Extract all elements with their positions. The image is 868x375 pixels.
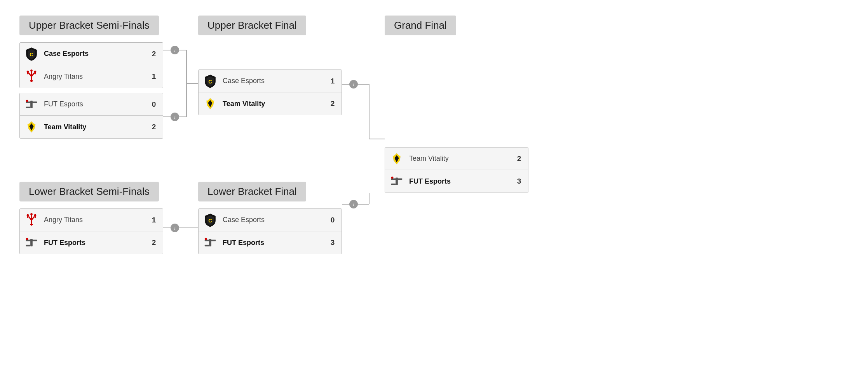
col-lower-semis: Lower Bracket Semi-Finals Angry Titans bbox=[19, 182, 163, 254]
col-lower-final: Lower Bracket Final C Case Esports 0 bbox=[198, 182, 342, 254]
fut-esports-score-2: 2 bbox=[149, 238, 159, 247]
case-esports-name-lf: Case Esports bbox=[223, 216, 328, 224]
team-vitality-name-2: Team Vitality bbox=[223, 100, 328, 108]
svg-text:i: i bbox=[174, 114, 176, 120]
lower-final-match: C Case Esports 0 FUT Esports 3 bbox=[198, 208, 342, 254]
connector-lower-final-to-grand: i bbox=[342, 193, 385, 330]
grand-final-title: Grand Final bbox=[385, 16, 456, 35]
connector-upper-final-to-grand: i bbox=[342, 73, 385, 205]
fut-esports-score-1: 0 bbox=[149, 100, 159, 109]
table-row: Team Vitality 2 bbox=[385, 148, 528, 170]
upper-semi-match-2: FUT Esports 0 Team Vitality 2 bbox=[19, 93, 163, 139]
angry-titans-score-2: 1 bbox=[149, 216, 159, 224]
lower-semis-title: Lower Bracket Semi-Finals bbox=[19, 182, 159, 201]
team-vitality-score-gf: 2 bbox=[514, 155, 524, 163]
connector-svg-3: i bbox=[163, 217, 198, 248]
fut-esports-score-lf: 3 bbox=[328, 238, 338, 247]
table-row: FUT Esports 3 bbox=[385, 170, 528, 193]
fut-esports-name-gf: FUT Esports bbox=[409, 177, 514, 186]
col-upper-final: Upper Bracket Final C Case Esports 1 bbox=[198, 16, 342, 115]
table-row: C Case Esports 1 bbox=[199, 70, 342, 92]
svg-text:C: C bbox=[30, 51, 33, 57]
svg-point-40 bbox=[391, 177, 394, 179]
svg-text:C: C bbox=[208, 78, 212, 84]
fut-esports-score-gf: 3 bbox=[514, 177, 524, 186]
team-vitality-name-gf: Team Vitality bbox=[409, 155, 514, 163]
table-row: Angry Titans 1 bbox=[20, 65, 163, 88]
svg-rect-7 bbox=[26, 106, 30, 108]
connector-svg-1: i i bbox=[163, 39, 198, 128]
svg-point-3 bbox=[30, 69, 33, 72]
fut-esports-name-1: FUT Esports bbox=[44, 100, 149, 108]
col-upper-semis: Upper Bracket Semi-Finals C Case Esports… bbox=[19, 16, 163, 139]
angry-titans-name-1: Angry Titans bbox=[44, 73, 149, 81]
case-esports-score-2: 1 bbox=[328, 77, 338, 85]
table-row: Team Vitality 2 bbox=[199, 92, 342, 115]
team-vitality-name-1: Team Vitality bbox=[44, 123, 149, 131]
svg-rect-55 bbox=[209, 239, 211, 247]
svg-point-6 bbox=[26, 99, 28, 102]
lower-final-title: Lower Bracket Final bbox=[198, 182, 306, 201]
svg-point-44 bbox=[30, 213, 33, 215]
svg-text:C: C bbox=[208, 217, 212, 223]
col-grand-final: Grand Final Team Vitality 2 bbox=[385, 16, 528, 193]
svg-text:i: i bbox=[174, 47, 176, 53]
case-esports-score-lf: 0 bbox=[328, 216, 338, 224]
svg-rect-39 bbox=[396, 178, 398, 185]
table-row: C Case Esports 0 bbox=[199, 209, 342, 231]
svg-point-42 bbox=[27, 214, 29, 216]
fut-esports-logo-gf bbox=[389, 174, 404, 189]
connector-svg-4: i bbox=[342, 193, 385, 329]
table-row: FUT Esports 3 bbox=[199, 231, 342, 254]
svg-text:i: i bbox=[174, 225, 176, 231]
case-esports-logo-1: C bbox=[24, 46, 39, 62]
connector-lower-semis-to-final: i bbox=[163, 217, 198, 249]
team-vitality-score-2: 2 bbox=[328, 99, 338, 108]
fut-esports-name-lf: FUT Esports bbox=[223, 239, 328, 247]
table-row: Team Vitality 2 bbox=[20, 116, 163, 138]
upper-final-title: Upper Bracket Final bbox=[198, 16, 306, 35]
team-vitality-logo-2 bbox=[202, 96, 218, 111]
fut-esports-logo-2 bbox=[24, 235, 39, 250]
svg-point-1 bbox=[27, 71, 29, 73]
table-row: FUT Esports 2 bbox=[20, 231, 163, 254]
svg-point-43 bbox=[34, 214, 37, 216]
fut-esports-name-2: FUT Esports bbox=[44, 239, 149, 247]
upper-semis-title: Upper Bracket Semi-Finals bbox=[19, 16, 159, 35]
angry-titans-score-1: 1 bbox=[149, 72, 159, 81]
case-esports-score-1: 2 bbox=[149, 50, 159, 58]
svg-rect-5 bbox=[30, 101, 33, 108]
grand-final-match: Team Vitality 2 FUT Esports 3 bbox=[385, 147, 528, 193]
svg-rect-46 bbox=[30, 239, 33, 247]
upper-final-match: C Case Esports 1 Team Vitality 2 bbox=[198, 69, 342, 115]
table-row: C Case Esports 2 bbox=[20, 43, 163, 65]
svg-point-47 bbox=[26, 238, 28, 240]
case-esports-logo-lf: C bbox=[202, 212, 218, 228]
fut-esports-logo-lf bbox=[202, 235, 218, 250]
case-esports-logo-2: C bbox=[202, 73, 218, 89]
connector-svg-2: i bbox=[342, 73, 385, 205]
upper-semi-match-1: C Case Esports 2 bbox=[19, 42, 163, 88]
svg-point-56 bbox=[205, 238, 207, 240]
connector-upper-semis-to-final: i i bbox=[163, 39, 198, 128]
angry-titans-name-2: Angry Titans bbox=[44, 216, 149, 224]
angry-titans-logo-1 bbox=[24, 69, 39, 84]
team-vitality-logo-gf bbox=[389, 151, 404, 167]
lower-semi-match: Angry Titans 1 FUT Esports 2 bbox=[19, 208, 163, 254]
svg-rect-41 bbox=[391, 184, 396, 185]
table-row: Angry Titans 1 bbox=[20, 209, 163, 231]
svg-rect-57 bbox=[205, 245, 209, 247]
svg-point-2 bbox=[34, 71, 37, 73]
case-esports-name-1: Case Esports bbox=[44, 50, 149, 58]
table-row: FUT Esports 0 bbox=[20, 93, 163, 116]
fut-esports-logo-1 bbox=[24, 97, 39, 112]
svg-rect-48 bbox=[26, 245, 30, 247]
team-vitality-score-1: 2 bbox=[149, 123, 159, 131]
svg-text:i: i bbox=[353, 82, 354, 87]
angry-titans-logo-2 bbox=[24, 212, 39, 228]
case-esports-name-2: Case Esports bbox=[223, 77, 328, 85]
team-vitality-logo-1 bbox=[24, 119, 39, 135]
